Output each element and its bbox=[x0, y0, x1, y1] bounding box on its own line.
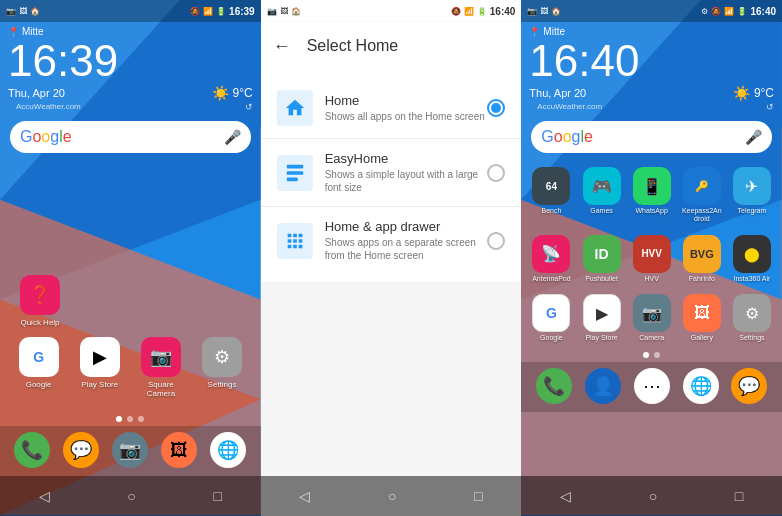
google-icon-p3: G bbox=[532, 294, 570, 332]
app-whatsapp[interactable]: 📱 WhatsApp bbox=[630, 167, 674, 222]
app-antennapod[interactable]: 📡 AntennaPod bbox=[529, 235, 573, 283]
recent-button[interactable]: □ bbox=[213, 488, 221, 504]
telegram-icon: ✈ bbox=[733, 167, 771, 205]
status-right: 🔕 📶 🔋 16:39 bbox=[190, 6, 255, 17]
squarecam-label: Square Camera bbox=[137, 380, 185, 398]
app-games[interactable]: 🎮 Games bbox=[579, 167, 623, 222]
option-easyhome[interactable]: EasyHome Shows a simple layout with a la… bbox=[261, 139, 522, 207]
p3-home-button[interactable]: ○ bbox=[649, 488, 657, 504]
bench-icon: 64 bbox=[532, 167, 570, 205]
p3-dock-launcher[interactable]: ⋯ bbox=[634, 368, 670, 404]
appdrawer-option-name: Home & app drawer bbox=[325, 219, 488, 234]
p3-accu-row: AccuWeather.com ↺ bbox=[521, 101, 782, 113]
search-bar[interactable]: Google 🎤 bbox=[10, 121, 251, 153]
p2-volume-icon: 🔕 bbox=[451, 7, 461, 16]
back-button[interactable]: ◁ bbox=[39, 488, 50, 504]
option-appdrawer[interactable]: Home & app drawer Shows apps on a separa… bbox=[261, 207, 522, 274]
wifi-icon: 🖼 bbox=[19, 7, 27, 16]
p3-g-blue2: g bbox=[572, 128, 581, 145]
dock-camera[interactable]: 📷 bbox=[112, 432, 148, 468]
app-pushbullet[interactable]: ID Pushbullet bbox=[579, 235, 623, 283]
dock-chrome[interactable]: 🌐 bbox=[210, 432, 246, 468]
easyhome-radio[interactable] bbox=[487, 164, 505, 182]
panel2-header: ← Select Home bbox=[261, 22, 522, 70]
app-google-p3[interactable]: G Google bbox=[529, 294, 573, 342]
dock-messages[interactable]: 💬 bbox=[63, 432, 99, 468]
p3-date-text: Thu, Apr 20 bbox=[529, 87, 586, 99]
p3-house-icon: 🏠 bbox=[551, 7, 561, 16]
battery-icon: 🔋 bbox=[216, 7, 226, 16]
dot-3 bbox=[138, 416, 144, 422]
back-arrow-icon[interactable]: ← bbox=[273, 36, 291, 57]
app-settings-p3[interactable]: ⚙ Settings bbox=[730, 294, 774, 342]
accu-weather-text: AccuWeather.com bbox=[8, 102, 89, 112]
p3-mic-icon[interactable]: 🎤 bbox=[745, 129, 762, 145]
home-option-desc: Shows all apps on the Home screen bbox=[325, 110, 488, 123]
app-fahrinfo[interactable]: BVG FahrInfo bbox=[680, 235, 724, 283]
p3-search-bar[interactable]: Google 🎤 bbox=[531, 121, 772, 153]
sun-icon: ☀️ bbox=[212, 85, 229, 101]
dot-2 bbox=[127, 416, 133, 422]
app-insta360[interactable]: ⬤ Insta360 Air bbox=[730, 235, 774, 283]
house-icon: 🏠 bbox=[30, 7, 40, 16]
home-options-list: Home Shows all apps on the Home screen E… bbox=[261, 70, 522, 282]
p3-dot-2 bbox=[654, 352, 660, 358]
p2-recent-button[interactable]: □ bbox=[474, 488, 482, 504]
quick-help-app[interactable]: ❓ Quick Help bbox=[16, 275, 64, 327]
app-settings[interactable]: ⚙ Settings bbox=[198, 337, 246, 398]
p2-home-button[interactable]: ○ bbox=[388, 488, 396, 504]
apps-grid-row1: 64 Bench 🎮 Games 📱 WhatsApp 🔑 Keepass2An… bbox=[521, 161, 782, 228]
app-row-1: G Google ▶ Play Store 📷 Square Camera ⚙ … bbox=[8, 337, 253, 398]
p3-battery-icon: 🔋 bbox=[737, 7, 747, 16]
app-gallery-p3[interactable]: 🖼 Gallery bbox=[680, 294, 724, 342]
dock-gallery[interactable]: 🖼 bbox=[161, 432, 197, 468]
p3-back-button[interactable]: ◁ bbox=[560, 488, 571, 504]
dock-phone[interactable]: 📞 bbox=[14, 432, 50, 468]
panel3-bottom-nav: ◁ ○ □ bbox=[521, 476, 782, 516]
p3-refresh-icon: ↺ bbox=[766, 102, 774, 112]
p3-dock-phone[interactable]: 📞 bbox=[536, 368, 572, 404]
p3-dock-messages[interactable]: 💬 bbox=[731, 368, 767, 404]
antennapod-label: AntennaPod bbox=[532, 275, 571, 283]
app-squarecam[interactable]: 📷 Square Camera bbox=[137, 337, 185, 398]
radio-inner bbox=[491, 103, 501, 113]
page-dots bbox=[0, 412, 261, 426]
g-blue: G bbox=[20, 128, 32, 145]
app-google[interactable]: G Google bbox=[15, 337, 63, 398]
app-playstore[interactable]: ▶ Play Store bbox=[76, 337, 124, 398]
panel2-status-bar: 📷 🖼 🏠 🔕 📶 🔋 16:40 bbox=[261, 0, 522, 22]
appdrawer-option-text: Home & app drawer Shows apps on a separa… bbox=[325, 219, 488, 262]
playstore-label: Play Store bbox=[81, 380, 118, 389]
p2-clock: 16:40 bbox=[490, 6, 516, 17]
home-spacer bbox=[0, 161, 261, 271]
p3-status-left: 📷 🖼 🏠 bbox=[527, 7, 561, 16]
app-keepass[interactable]: 🔑 Keepass2An droid bbox=[680, 167, 724, 222]
app-telegram[interactable]: ✈ Telegram bbox=[730, 167, 774, 222]
squarecam-icon: 📷 bbox=[141, 337, 181, 377]
signal-icon: 📶 bbox=[203, 7, 213, 16]
app-bench[interactable]: 64 Bench bbox=[529, 167, 573, 222]
p3-dock-chrome[interactable]: 🌐 bbox=[683, 368, 719, 404]
g-yellow: o bbox=[41, 128, 50, 145]
option-home[interactable]: Home Shows all apps on the Home screen bbox=[261, 78, 522, 139]
p3-g-yellow: o bbox=[563, 128, 572, 145]
app-camera-p3[interactable]: 📷 Camera bbox=[630, 294, 674, 342]
p3-dot-1 bbox=[643, 352, 649, 358]
p3-location-bar: 📍 Mitte bbox=[521, 22, 782, 37]
mic-icon[interactable]: 🎤 bbox=[224, 129, 241, 145]
p2-signal-icon: 📶 bbox=[464, 7, 474, 16]
p3-dock-contacts[interactable]: 👤 bbox=[585, 368, 621, 404]
google-label-p3: Google bbox=[540, 334, 563, 342]
app-hvv[interactable]: HVV HVV bbox=[630, 235, 674, 283]
settings-label-p3: Settings bbox=[739, 334, 764, 342]
insta360-label: Insta360 Air bbox=[733, 275, 770, 283]
home-radio-selected[interactable] bbox=[487, 99, 505, 117]
google-logo: Google bbox=[20, 128, 72, 146]
p2-back-button[interactable]: ◁ bbox=[299, 488, 310, 504]
quick-help-label: Quick Help bbox=[20, 318, 59, 327]
home-button[interactable]: ○ bbox=[127, 488, 135, 504]
p3-recent-button[interactable]: □ bbox=[735, 488, 743, 504]
app-playstore-p3[interactable]: ▶ Play Store bbox=[579, 294, 623, 342]
appdrawer-radio[interactable] bbox=[487, 232, 505, 250]
appdrawer-option-desc: Shows apps on a separate screen from the… bbox=[325, 236, 488, 262]
